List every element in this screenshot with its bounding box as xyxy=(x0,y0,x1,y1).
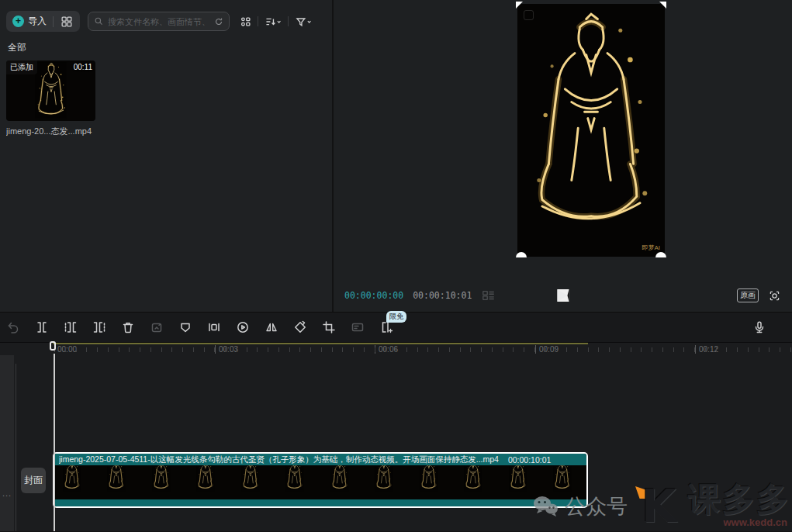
split-keep-left-icon xyxy=(63,320,78,335)
rotate-button[interactable] xyxy=(292,320,308,336)
filmstrip-frame xyxy=(195,465,226,499)
frame-list-icon[interactable] xyxy=(481,288,496,302)
split-keep-right-icon xyxy=(92,320,107,335)
filmstrip-frame xyxy=(284,465,315,499)
sticker-button[interactable] xyxy=(148,320,164,336)
media-section-label: 全部 xyxy=(0,32,332,54)
search-input[interactable] xyxy=(108,17,210,26)
mirror-button[interactable] xyxy=(263,320,279,336)
quality-button[interactable]: 原画 xyxy=(737,288,759,302)
preview-video[interactable]: 即梦AI xyxy=(517,4,665,257)
import-group: + 导入 xyxy=(6,11,80,32)
preview-corner-button[interactable] xyxy=(524,10,534,20)
promo-badge: 限免 xyxy=(386,311,406,323)
fullscreen-icon xyxy=(768,289,781,302)
brand-initial: K xyxy=(642,480,676,532)
split-button[interactable] xyxy=(33,320,50,336)
filmstrip-frame xyxy=(462,465,493,499)
media-filename: jimeng-20...态发...mp4 xyxy=(6,126,95,137)
resize-handle-top-right[interactable] xyxy=(659,2,666,9)
rotate-icon xyxy=(292,320,308,335)
timeline: 00:00 00:03 00:06 00:09 00:12 ... 封面 jim… xyxy=(0,343,792,531)
clip-extent-line xyxy=(53,343,588,344)
filmstrip-frame xyxy=(61,465,92,499)
preview-controls: 00:00:00:00 00:00:10:01 原画 xyxy=(334,284,792,307)
divider xyxy=(16,364,16,531)
ruler-label: 00:12 xyxy=(695,345,718,354)
caption-button[interactable] xyxy=(349,320,365,336)
duration-label: 00:11 xyxy=(74,63,92,71)
brand-logo-flag xyxy=(635,486,648,499)
ruler-label: 00:03 xyxy=(215,345,238,354)
refresh-icon[interactable] xyxy=(213,16,224,27)
import-button[interactable]: + 导入 xyxy=(12,15,47,28)
split-keep-left-button[interactable] xyxy=(62,320,78,336)
brand-url: www.kedd.cn xyxy=(723,516,790,528)
mask-button[interactable] xyxy=(177,320,193,336)
split-icon xyxy=(34,320,50,335)
split-keep-right-button[interactable] xyxy=(91,320,107,336)
cover-button[interactable]: 封面 xyxy=(21,468,46,493)
playhead-handle[interactable] xyxy=(50,341,56,351)
top-panels: + 导入 xyxy=(0,0,792,313)
resize-handle-top-left[interactable] xyxy=(516,2,523,9)
brand-name: 课多多 xyxy=(688,478,790,521)
resize-handle-bottom-right[interactable] xyxy=(655,252,666,257)
resize-handle-bottom-left[interactable] xyxy=(516,252,527,257)
clip-duration: 00:00:10:01 xyxy=(508,455,551,465)
filmstrip-frame xyxy=(329,465,360,499)
sort-button[interactable] xyxy=(263,15,283,29)
overlay-icon xyxy=(206,320,222,335)
preview-right-controls: 原画 xyxy=(737,288,781,302)
overlay-button[interactable] xyxy=(206,320,222,336)
divider xyxy=(288,16,289,26)
filmstrip-frame xyxy=(240,465,271,499)
ruler-label: 00:09 xyxy=(535,345,559,354)
added-badge: 已添加 xyxy=(6,60,37,74)
video-watermark: 即梦AI xyxy=(642,244,660,252)
freeze-frame-button[interactable] xyxy=(234,320,251,336)
brand-text-block: 课多多 www.kedd.cn xyxy=(688,478,790,528)
sticker-icon xyxy=(149,320,164,335)
ruler-label: 00:00 xyxy=(54,345,77,354)
edit-toolbar: 限免 xyxy=(0,313,792,343)
search-box[interactable] xyxy=(88,12,230,31)
undo-button[interactable] xyxy=(5,320,21,336)
filmstrip-frame xyxy=(507,465,538,499)
import-label: 导入 xyxy=(28,15,47,28)
trash-icon xyxy=(120,320,136,335)
closing-segment-button[interactable]: 限免 xyxy=(378,320,394,336)
timeline-ruler[interactable]: 00:00 00:03 00:06 00:09 00:12 xyxy=(0,343,792,358)
preview-panel: 即梦AI 00:00:00:00 00:00:10:01 原画 xyxy=(334,0,792,312)
sage-preview-art xyxy=(526,9,656,241)
timeline-clip[interactable]: jimeng-2025-07-05-4511-以这幅发光线条勾勒的古代圣贤（孔子… xyxy=(53,452,588,508)
crop-icon xyxy=(321,320,337,335)
filmstrip-frame xyxy=(418,465,449,499)
view-controls xyxy=(239,15,313,29)
clip-footer xyxy=(54,499,586,506)
material-grid-button[interactable] xyxy=(60,15,74,29)
search-icon xyxy=(93,16,105,27)
play-button[interactable] xyxy=(557,289,569,302)
microphone-icon xyxy=(752,320,767,335)
record-voiceover-button[interactable] xyxy=(751,320,767,336)
layout-view-button[interactable] xyxy=(239,15,253,29)
total-timecode: 00:00:10:01 xyxy=(413,290,472,301)
mask-icon xyxy=(178,320,193,335)
delete-button[interactable] xyxy=(119,320,136,336)
fullscreen-button[interactable] xyxy=(768,289,781,302)
track-options-button[interactable]: ... xyxy=(2,489,12,498)
crop-button[interactable] xyxy=(320,320,337,336)
ruler-label: 00:06 xyxy=(375,345,398,354)
sage-thumbnail-art xyxy=(35,60,67,121)
filter-button[interactable] xyxy=(293,15,313,29)
media-thumbnail: 已添加 00:11 xyxy=(6,60,95,121)
media-library-panel: + 导入 xyxy=(0,0,334,312)
clip-title: jimeng-2025-07-05-4511-以这幅发光线条勾勒的古代圣贤（孔子… xyxy=(59,454,499,465)
grid-icon xyxy=(60,15,74,29)
filter-icon xyxy=(293,15,313,29)
filmstrip-frame xyxy=(150,465,182,499)
undo-icon xyxy=(5,320,21,335)
track-header-strip: ... xyxy=(0,355,14,531)
media-item-card[interactable]: 已添加 00:11 jimeng-20...态发...mp4 xyxy=(6,60,95,137)
